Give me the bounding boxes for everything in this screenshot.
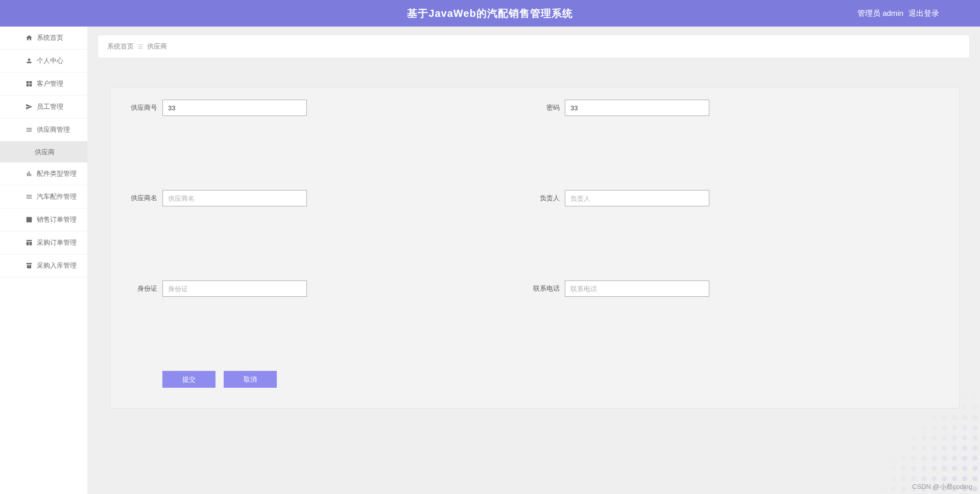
sidebar-item-salesorder[interactable]: 销售订单管理 [0, 208, 87, 231]
home-icon [26, 34, 33, 41]
sidebar-item-label: 员工管理 [37, 102, 63, 111]
sidebar-item-parttype[interactable]: 配件类型管理 [0, 162, 87, 185]
grid-icon [26, 80, 33, 87]
sidebar-item-staff[interactable]: 员工管理 [0, 96, 87, 119]
form-group-principal: 负责人 [529, 190, 709, 206]
sidebar-item-label: 系统首页 [37, 33, 63, 42]
sidebar-item-label: 个人中心 [37, 56, 63, 65]
send-icon [26, 103, 33, 110]
submit-button[interactable]: 提交 [162, 371, 216, 388]
password-input[interactable] [565, 100, 709, 116]
breadcrumb-separator-icon: ☰ [138, 43, 143, 50]
header: 基于JavaWeb的汽配销售管理系统 管理员 admin 退出登录 [0, 0, 980, 27]
cancel-button[interactable]: 取消 [224, 371, 277, 388]
principal-input[interactable] [565, 190, 709, 206]
sidebar-item-purchaseorder[interactable]: 采购订单管理 [0, 231, 87, 254]
idcard-label: 身份证 [127, 284, 157, 293]
sidebar-item-label: 销售订单管理 [37, 215, 77, 224]
archive-icon [26, 262, 33, 269]
sidebar-item-profile[interactable]: 个人中心 [0, 50, 87, 73]
principal-label: 负责人 [529, 194, 560, 203]
watermark: CSDN @小蔡coding [912, 482, 972, 491]
menu-icon [26, 126, 33, 133]
sidebar-item-home[interactable]: 系统首页 [0, 27, 87, 50]
form-panel: 供应商号 密码 供应商名 负责人 [110, 87, 960, 409]
header-right: 管理员 admin 退出登录 [857, 9, 939, 18]
sidebar-item-label: 采购入库管理 [37, 261, 77, 270]
sidebar-item-label: 汽车配件管理 [37, 192, 77, 201]
password-label: 密码 [529, 103, 560, 112]
supplier-no-label: 供应商号 [127, 103, 157, 112]
breadcrumb-current: 供应商 [147, 42, 167, 51]
sidebar-subitem-supplier[interactable]: 供应商 [0, 142, 87, 162]
sidebar-item-parts[interactable]: 汽车配件管理 [0, 185, 87, 208]
app-title: 基于JavaWeb的汽配销售管理系统 [407, 7, 572, 20]
menu-icon [26, 193, 33, 200]
form-group-idcard: 身份证 [127, 280, 307, 297]
sidebar-item-label: 供应商管理 [37, 125, 70, 134]
logout-link[interactable]: 退出登录 [909, 9, 939, 18]
supplier-no-input[interactable] [162, 100, 307, 116]
supplier-name-label: 供应商名 [127, 194, 157, 203]
sidebar-item-warehouse[interactable]: 采购入库管理 [0, 254, 87, 277]
idcard-input[interactable] [162, 280, 307, 297]
sidebar-item-label: 采购订单管理 [37, 238, 77, 247]
breadcrumb-home[interactable]: 系统首页 [107, 42, 134, 51]
sidebar-subitem-label: 供应商 [35, 148, 55, 157]
supplier-name-input[interactable] [162, 190, 307, 206]
table-icon [26, 239, 33, 246]
phone-input[interactable] [565, 280, 709, 297]
sidebar-item-label: 配件类型管理 [37, 169, 77, 178]
phone-label: 联系电话 [529, 284, 560, 293]
main-content: 系统首页 ☰ 供应商 供应商号 密码 供应商名 [87, 27, 980, 494]
sidebar-item-customer[interactable]: 客户管理 [0, 73, 87, 96]
check-icon [26, 216, 33, 223]
form-group-supplier-no: 供应商号 [127, 100, 307, 116]
form-group-password: 密码 [529, 100, 709, 116]
sidebar: 系统首页 个人中心 客户管理 员工管理 供应商管理 供应 [0, 27, 87, 494]
sidebar-item-supplier[interactable]: 供应商管理 [0, 119, 87, 142]
bar-icon [26, 170, 33, 177]
form-group-phone: 联系电话 [529, 280, 709, 297]
button-row: 提交 取消 [162, 371, 943, 388]
person-icon [26, 57, 33, 64]
breadcrumb: 系统首页 ☰ 供应商 [98, 35, 970, 58]
user-role: 管理员 admin [857, 9, 903, 18]
form-group-supplier-name: 供应商名 [127, 190, 307, 206]
sidebar-item-label: 客户管理 [37, 79, 63, 88]
